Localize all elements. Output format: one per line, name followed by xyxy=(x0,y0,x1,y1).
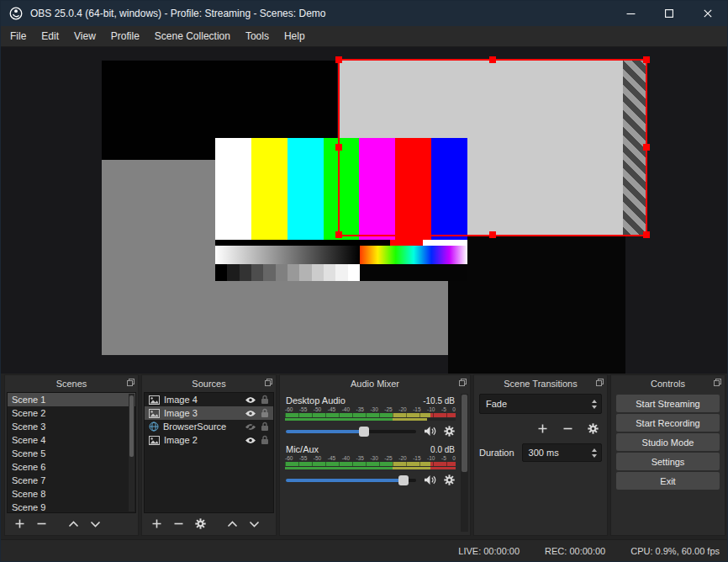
lock-icon[interactable] xyxy=(261,395,269,405)
settings-button[interactable]: Settings xyxy=(616,453,720,470)
volume-slider-handle[interactable] xyxy=(359,427,369,437)
popout-icon[interactable] xyxy=(265,379,272,386)
audio-mixer-panel-header[interactable]: Audio Mixer xyxy=(280,375,470,392)
duration-spinbox[interactable]: 300 ms xyxy=(522,443,602,462)
mixer-scrollbar[interactable] xyxy=(461,394,468,532)
studio-mode-button[interactable]: Studio Mode xyxy=(616,433,720,451)
remove-icon[interactable] xyxy=(36,518,47,529)
lock-icon[interactable] xyxy=(261,408,269,418)
scenes-scrollbar[interactable] xyxy=(129,394,135,512)
exit-button[interactable]: Exit xyxy=(616,472,720,490)
properties-gear-icon[interactable] xyxy=(588,423,599,434)
popout-icon[interactable] xyxy=(127,379,135,386)
add-icon[interactable] xyxy=(14,518,25,529)
selection-handle-bottom-left[interactable] xyxy=(335,231,342,238)
scale-label: 0 xyxy=(452,406,456,412)
scenes-panel-header[interactable]: Scenes xyxy=(5,375,138,392)
scene-item[interactable]: Scene 7 xyxy=(8,474,135,487)
menu-help[interactable]: Help xyxy=(277,26,313,46)
remove-icon[interactable] xyxy=(562,423,573,434)
add-icon[interactable] xyxy=(537,423,548,434)
scale-label: -5 xyxy=(441,406,446,412)
controls-panel-header[interactable]: Controls xyxy=(611,375,725,392)
mixer-scrollbar-thumb[interactable] xyxy=(462,395,467,472)
scene-item[interactable]: Scene 2 xyxy=(8,406,135,420)
selection-handle-top-left[interactable] xyxy=(335,56,342,63)
maximize-button[interactable] xyxy=(650,1,688,26)
selection-handle-top-right[interactable] xyxy=(643,56,650,63)
scene-item[interactable]: Scene 5 xyxy=(8,447,135,460)
scene-item[interactable]: Scene 6 xyxy=(8,460,135,474)
speaker-icon[interactable] xyxy=(424,426,436,437)
spin-down-icon[interactable] xyxy=(592,454,597,458)
menu-tools[interactable]: Tools xyxy=(238,26,277,46)
scene-item[interactable]: Scene 1 xyxy=(8,393,135,406)
remove-icon[interactable] xyxy=(173,518,184,529)
speaker-icon[interactable] xyxy=(424,475,436,485)
menu-file[interactable]: File xyxy=(3,26,34,46)
lock-icon[interactable] xyxy=(261,435,269,445)
mixer-channel-desktop-audio: Desktop Audio -10.5 dB -60-55-50-45-40-3… xyxy=(284,395,456,437)
spin-up-icon[interactable] xyxy=(592,448,597,452)
move-down-icon[interactable] xyxy=(90,521,101,528)
scale-label: -55 xyxy=(299,455,307,461)
transitions-panel-header[interactable]: Scene Transitions xyxy=(474,375,607,392)
selection-handle-top-center[interactable] xyxy=(489,56,496,63)
visibility-eye-off-icon[interactable] xyxy=(245,423,256,431)
start-recording-button[interactable]: Start Recording xyxy=(616,414,720,432)
selection-handle-middle-right[interactable] xyxy=(643,144,650,151)
audio-mixer-panel-title: Audio Mixer xyxy=(351,379,399,389)
menu-edit[interactable]: Edit xyxy=(34,26,66,46)
popout-icon[interactable] xyxy=(596,379,604,386)
menu-view[interactable]: View xyxy=(66,26,103,46)
image-icon xyxy=(149,395,160,405)
source-item[interactable]: Image 2 xyxy=(145,433,273,447)
preview-black-source-bottom-right[interactable] xyxy=(448,235,625,374)
scene-item[interactable]: Scene 9 xyxy=(8,501,135,513)
colorbars-subrow xyxy=(215,240,467,246)
visibility-eye-icon[interactable] xyxy=(245,410,256,417)
selection-handle-middle-left[interactable] xyxy=(335,144,342,151)
scale-label: -10 xyxy=(427,406,435,412)
popout-icon[interactable] xyxy=(714,379,721,386)
scale-label: -30 xyxy=(370,406,377,412)
minimize-button[interactable] xyxy=(611,1,650,26)
scenes-scrollbar-thumb[interactable] xyxy=(129,395,134,457)
start-streaming-button[interactable]: Start Streaming xyxy=(616,395,720,412)
sources-panel-header[interactable]: Sources xyxy=(142,375,276,392)
source-item[interactable]: Image 3 xyxy=(145,406,273,420)
move-up-icon[interactable] xyxy=(227,521,238,528)
volume-slider[interactable] xyxy=(286,479,416,482)
popout-icon[interactable] xyxy=(459,379,467,386)
source-item[interactable]: Image 4 xyxy=(145,393,273,406)
titlebar[interactable]: OBS 25.0.4 (64-bit, windows) - Profile: … xyxy=(1,1,727,26)
preview-canvas[interactable] xyxy=(1,47,727,374)
source-item[interactable]: BrowserSource xyxy=(145,420,273,433)
volume-slider-handle[interactable] xyxy=(398,475,409,485)
gear-icon[interactable] xyxy=(444,426,455,437)
transition-select[interactable]: Fade xyxy=(479,394,602,414)
selection-handle-bottom-center[interactable] xyxy=(489,231,496,238)
scene-item[interactable]: Scene 3 xyxy=(8,420,135,433)
selection-handle-bottom-right[interactable] xyxy=(643,231,650,238)
move-up-icon[interactable] xyxy=(68,521,79,528)
visibility-eye-icon[interactable] xyxy=(245,437,256,444)
add-icon[interactable] xyxy=(151,518,162,529)
menu-scene-collection[interactable]: Scene Collection xyxy=(147,26,238,46)
close-button[interactable] xyxy=(688,1,727,26)
controls-panel: Controls Start Streaming Start Recording… xyxy=(610,374,725,536)
move-down-icon[interactable] xyxy=(249,521,260,528)
selection-outline[interactable] xyxy=(338,59,647,236)
scenes-panel: Scenes Scene 1 Scene 2 Scene 3 Scene 4 S… xyxy=(4,374,139,536)
volume-slider[interactable] xyxy=(286,430,416,433)
rec-time: REC: 00:00:00 xyxy=(545,546,605,556)
colorbars-gradients xyxy=(215,246,467,264)
gear-icon[interactable] xyxy=(444,475,455,485)
properties-gear-icon[interactable] xyxy=(195,518,206,529)
scene-item[interactable]: Scene 4 xyxy=(8,433,135,447)
transitions-panel-title: Scene Transitions xyxy=(504,379,577,389)
scene-item[interactable]: Scene 8 xyxy=(8,487,135,501)
lock-icon[interactable] xyxy=(261,422,269,432)
visibility-eye-icon[interactable] xyxy=(245,396,256,404)
menu-profile[interactable]: Profile xyxy=(103,26,147,46)
